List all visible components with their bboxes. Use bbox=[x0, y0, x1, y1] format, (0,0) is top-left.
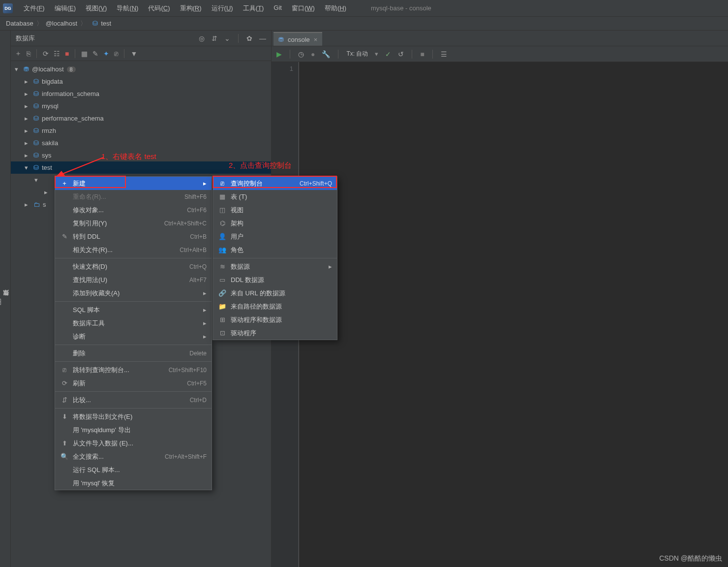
menu-item--[interactable]: +新建▸ bbox=[55, 177, 212, 190]
tree-host[interactable]: ⛃@localhost8 bbox=[11, 63, 271, 75]
menu-item--[interactable]: 删除Delete bbox=[55, 346, 212, 360]
menu-item--[interactable]: ◫视图 bbox=[213, 203, 337, 217]
breadcrumb-schema[interactable]: test bbox=[101, 20, 111, 27]
breadcrumb-sep: 〉 bbox=[80, 19, 87, 28]
menu-item--[interactable]: ⊡驱动程序 bbox=[213, 326, 337, 340]
close-icon[interactable]: × bbox=[314, 36, 318, 43]
console-icon[interactable]: ⎚ bbox=[114, 50, 118, 58]
tree-item-sakila[interactable]: ⛁sakila bbox=[11, 137, 271, 149]
menu-item--[interactable]: 👤用户 bbox=[213, 230, 337, 243]
refresh-icon[interactable]: ⟳ bbox=[43, 50, 49, 58]
menu-item--R-: 重命名(R)...Shift+F6 bbox=[55, 190, 212, 203]
menu-item--[interactable]: 🔍全文搜索...Ctrl+Alt+Shift+F bbox=[55, 450, 212, 463]
sync-icon[interactable]: ☷ bbox=[54, 50, 60, 58]
menu-item--[interactable]: 诊断▸ bbox=[55, 330, 212, 343]
menu-item--E-[interactable]: ⬇将数据导出到文件(E) bbox=[55, 410, 212, 423]
menu-item--mysqldump-[interactable]: 用 'mysqldump' 导出 bbox=[55, 423, 212, 437]
menu-item--URL-[interactable]: 🔗来自 URL 的数据源 bbox=[213, 286, 337, 300]
menu-item--R-[interactable]: 相关文件(R)...Ctrl+Alt+B bbox=[55, 243, 212, 256]
menu-item--[interactable]: ⇵比较...Ctrl+D bbox=[55, 393, 212, 407]
add-icon[interactable]: ＋ bbox=[15, 49, 22, 58]
editor-area: ⛃ console × ▶ ◷ ● 🔧 Tx: 自动 ▾ ✓ ↺ ■ ☰ 1 bbox=[272, 31, 728, 567]
menu-item--[interactable]: ⎚跳转到查询控制台...Ctrl+Shift+F10 bbox=[55, 363, 212, 377]
settings-icon[interactable]: ☰ bbox=[441, 50, 447, 58]
wrench-icon[interactable]: 🔧 bbox=[322, 50, 330, 58]
menu-导航[interactable]: 导航(N) bbox=[112, 2, 143, 15]
menu-item--[interactable]: 数据库工具▸ bbox=[55, 316, 212, 330]
menu-item--T-[interactable]: ▦表 (T) bbox=[213, 190, 337, 203]
tab-console[interactable]: ⛃ console × bbox=[273, 32, 322, 46]
menu-窗口[interactable]: 窗口(W) bbox=[287, 2, 320, 15]
context-menu[interactable]: +新建▸重命名(R)...Shift+F6修改对象...Ctrl+F6复制引用(… bbox=[55, 176, 212, 490]
menu-item--E-[interactable]: ⬆从文件导入数据 (E)... bbox=[55, 437, 212, 450]
submenu-new[interactable]: ⎚查询控制台Ctrl+Shift+Q▦表 (T)◫视图⌬架构👤用户👥角色≋数据源… bbox=[212, 176, 337, 340]
menu-item--[interactable]: ⊞驱动程序和数据源 bbox=[213, 313, 337, 326]
project-title: mysql-base - console bbox=[371, 4, 431, 12]
gear-icon[interactable]: ✿ bbox=[246, 34, 252, 42]
schema-icon: ⛁ bbox=[92, 20, 98, 27]
console-tab-icon: ⛃ bbox=[278, 36, 284, 43]
menu-item--DDL[interactable]: ✎转到 DDLCtrl+B bbox=[55, 230, 212, 243]
minimize-icon[interactable]: — bbox=[259, 34, 266, 42]
editor-body[interactable] bbox=[299, 62, 728, 567]
history-icon[interactable]: ◷ bbox=[298, 50, 304, 58]
stop-icon[interactable]: ■ bbox=[65, 50, 69, 58]
breadcrumb-host[interactable]: @localhost bbox=[46, 20, 78, 27]
tree-item-performance_schema[interactable]: ⛁performance_schema bbox=[11, 112, 271, 125]
rollback-icon[interactable]: ↺ bbox=[398, 50, 404, 58]
sidebar-title: 数据库 bbox=[16, 34, 35, 43]
tree-item-mysql[interactable]: ⛁mysql bbox=[11, 100, 271, 112]
record-icon[interactable]: ● bbox=[311, 50, 315, 58]
menu-item--mysql-[interactable]: 用 'mysql' 恢复 bbox=[55, 476, 212, 490]
editor-toolbar: ▶ ◷ ● 🔧 Tx: 自动 ▾ ✓ ↺ ■ ☰ bbox=[272, 46, 728, 62]
menu-item--[interactable]: 👥角色 bbox=[213, 243, 337, 256]
breadcrumb-root[interactable]: Database bbox=[6, 20, 33, 27]
menu-item-SQL-[interactable]: SQL 脚本▸ bbox=[55, 303, 212, 316]
tree-item-rmzh[interactable]: ⛁rmzh bbox=[11, 125, 271, 137]
menu-运行[interactable]: 运行(U) bbox=[207, 2, 238, 15]
upload-icon[interactable]: ✦ bbox=[103, 50, 109, 58]
menu-item--A-[interactable]: 添加到收藏夹(A)▸ bbox=[55, 286, 212, 300]
menu-item--[interactable]: ⎚查询控制台Ctrl+Shift+Q bbox=[213, 177, 337, 190]
menu-item--[interactable]: ≋数据源▸ bbox=[213, 260, 337, 273]
menu-item--[interactable]: ⟳刷新Ctrl+F5 bbox=[55, 377, 212, 390]
filter-icon[interactable]: ▼ bbox=[130, 50, 137, 58]
line-number: 1 bbox=[272, 65, 293, 72]
menu-代码[interactable]: 代码(C) bbox=[143, 2, 175, 15]
tab-label: console bbox=[288, 36, 310, 43]
tree-item-test[interactable]: ⛁test bbox=[11, 161, 271, 174]
menu-视图[interactable]: 视图(V) bbox=[81, 2, 112, 15]
tree-item-information_schema[interactable]: ⛁information_schema bbox=[11, 88, 271, 100]
menu-item--U-[interactable]: 查找用法(U)Alt+F7 bbox=[55, 273, 212, 286]
edit-icon[interactable]: ✎ bbox=[92, 50, 98, 58]
run-icon[interactable]: ▶ bbox=[276, 50, 282, 58]
tree-item-sys[interactable]: ⛁sys bbox=[11, 149, 271, 161]
menu-重构[interactable]: 重构(R) bbox=[175, 2, 207, 15]
menu-帮助[interactable]: 帮助(H) bbox=[320, 2, 351, 15]
menu-item--[interactable]: ⌬架构 bbox=[213, 217, 337, 230]
menubar: DG 文件(F)编辑(E)视图(V)导航(N)代码(C)重构(R)运行(U)工具… bbox=[0, 0, 728, 17]
tool-rail[interactable]: 数据库 🗄 bbox=[0, 31, 11, 567]
tree-item-bigdata[interactable]: ⛁bigdata bbox=[11, 75, 271, 88]
menu-item--[interactable]: 修改对象...Ctrl+F6 bbox=[55, 203, 212, 217]
target-icon[interactable]: ◎ bbox=[199, 34, 205, 42]
menu-item--Y-[interactable]: 复制引用(Y)Ctrl+Alt+Shift+C bbox=[55, 217, 212, 230]
chevron-down-icon[interactable]: ▾ bbox=[375, 50, 378, 58]
menu-编辑[interactable]: 编辑(E) bbox=[50, 2, 81, 15]
menu-item--SQL-[interactable]: 运行 SQL 脚本... bbox=[55, 463, 212, 476]
menu-工具[interactable]: 工具(T) bbox=[238, 2, 269, 15]
menu-item-DDL-[interactable]: ▭DDL 数据源 bbox=[213, 273, 337, 286]
menu-item--D-[interactable]: 快速文档(D)Ctrl+Q bbox=[55, 260, 212, 273]
tx-mode-label[interactable]: Tx: 自动 bbox=[346, 50, 368, 58]
commit-icon[interactable]: ✓ bbox=[385, 50, 391, 58]
table-icon[interactable]: ▦ bbox=[81, 50, 88, 58]
stop2-icon[interactable]: ■ bbox=[420, 50, 424, 58]
collapse-icon[interactable]: ⇵ bbox=[212, 34, 217, 42]
menu-文件[interactable]: 文件(F) bbox=[19, 2, 50, 15]
sidebar-toolbar: ＋ ⎘ ⟳ ☷ ■ ▦ ✎ ✦ ⎚ ▼ bbox=[11, 46, 271, 61]
menu-Git[interactable]: Git bbox=[269, 2, 287, 15]
copy-icon[interactable]: ⎘ bbox=[27, 50, 30, 58]
rail-database-label[interactable]: 数据库 bbox=[2, 34, 10, 567]
menu-item--[interactable]: 📁来自路径的数据源 bbox=[213, 300, 337, 313]
split-icon[interactable]: ⌄ bbox=[224, 34, 230, 42]
